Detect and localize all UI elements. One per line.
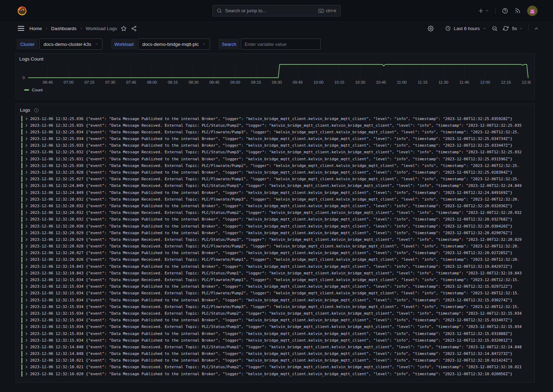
zoom-out-button[interactable] — [492, 26, 498, 31]
chevron-right-icon[interactable] — [25, 345, 28, 349]
chevron-right-icon[interactable] — [25, 204, 28, 208]
log-row[interactable]: 2023-12-06 12:32:15.034 {"event": "Data … — [21, 297, 531, 303]
chevron-right-icon[interactable] — [25, 117, 28, 120]
log-row[interactable]: 2023-12-06 12:32:20.032 {"event": "Data … — [21, 203, 531, 209]
avatar[interactable] — [527, 6, 538, 16]
chevron-right-icon[interactable] — [25, 251, 28, 254]
log-row[interactable]: 2023-12-06 12:32:20.032 {"event": "Data … — [21, 210, 531, 216]
chevron-right-icon[interactable] — [25, 245, 28, 248]
log-row[interactable]: 2023-12-06 12:32:14.848 {"event": "Data … — [21, 344, 531, 350]
chevron-right-icon[interactable] — [25, 339, 28, 342]
chevron-right-icon[interactable] — [25, 285, 28, 288]
log-row[interactable]: 2023-12-06 12:32:24.849 {"event": "Data … — [21, 183, 531, 189]
search-box[interactable]: ctrl+k — [212, 5, 341, 16]
workload-variable-select[interactable]: docs-demo-bridge-mqtt-plc — [138, 38, 210, 50]
log-row[interactable]: 2023-12-06 12:32:25.030 {"event": "Data … — [21, 163, 531, 168]
log-row[interactable]: 2023-12-06 12:32:10.021 {"event": "Data … — [21, 358, 531, 363]
log-row[interactable]: 2023-12-06 12:32:25.036 {"event": "Data … — [21, 116, 531, 121]
chevron-right-icon[interactable] — [25, 184, 28, 187]
log-row[interactable]: 2023-12-06 12:32:25.034 {"event": "Data … — [21, 136, 531, 142]
share-button[interactable] — [131, 26, 137, 31]
search-input[interactable] — [225, 8, 315, 13]
log-row[interactable]: 2023-12-06 12:32:15.034 {"event": "Data … — [21, 284, 531, 289]
chevron-right-icon[interactable] — [25, 177, 28, 181]
chevron-right-icon[interactable] — [25, 131, 28, 134]
search-variable-input[interactable] — [241, 38, 321, 50]
log-row[interactable]: 2023-12-06 12:32:10.021 {"event": "Data … — [21, 364, 531, 370]
chevron-right-icon[interactable] — [25, 318, 28, 322]
log-row[interactable]: 2023-12-06 12:32:10.020 {"event": "Data … — [21, 371, 531, 377]
chevron-right-icon[interactable] — [25, 158, 28, 161]
chevron-right-icon[interactable] — [25, 137, 28, 140]
refresh-button[interactable] — [503, 26, 509, 31]
chevron-right-icon[interactable] — [25, 325, 28, 328]
log-row[interactable]: 2023-12-06 12:32:15.034 {"event": "Data … — [21, 304, 531, 309]
log-row[interactable]: 2023-12-06 12:32:25.031 {"event": "Data … — [21, 156, 531, 162]
log-row[interactable]: 2023-12-06 12:32:20.030 {"event": "Data … — [21, 223, 531, 229]
mega-menu-toggle[interactable] — [18, 26, 24, 31]
favorite-button[interactable] — [121, 26, 127, 31]
chevron-right-icon[interactable] — [25, 272, 28, 275]
chevron-right-icon[interactable] — [25, 258, 28, 261]
chevron-right-icon[interactable] — [25, 231, 28, 234]
chevron-right-icon[interactable] — [25, 292, 28, 295]
log-row[interactable]: 2023-12-06 12:32:25.032 {"event": "Data … — [21, 149, 531, 155]
log-row[interactable]: 2023-12-06 12:32:25.033 {"event": "Data … — [21, 143, 531, 148]
chevron-right-icon[interactable] — [25, 211, 28, 214]
log-row[interactable]: 2023-12-06 12:32:20.029 {"event": "Data … — [21, 237, 531, 242]
refresh-interval-picker[interactable]: 5s — [512, 26, 523, 31]
collapse-toolbar-button[interactable] — [534, 26, 539, 31]
legend-label[interactable]: Count — [32, 88, 43, 92]
log-row[interactable]: 2023-12-06 12:32:20.028 {"event": "Data … — [21, 244, 531, 249]
log-row[interactable]: 2023-12-06 12:32:25.034 {"event": "Data … — [21, 129, 531, 135]
log-row[interactable]: 2023-12-06 12:32:20.026 {"event": "Data … — [21, 257, 531, 262]
log-row[interactable]: 2023-12-06 12:32:15.034 {"event": "Data … — [21, 317, 531, 323]
chevron-right-icon[interactable] — [25, 238, 28, 241]
chevron-right-icon[interactable] — [25, 352, 28, 355]
logs-count-chart[interactable]: 06:4507:0007:1507:3007:4508:0008:1508:30… — [19, 62, 531, 86]
new-button[interactable] — [478, 8, 489, 14]
chevron-right-icon[interactable] — [25, 225, 28, 228]
chevron-right-icon[interactable] — [25, 171, 28, 174]
log-row[interactable]: 2023-12-06 12:32:25.035 {"event": "Data … — [21, 122, 531, 128]
chevron-right-icon[interactable] — [25, 144, 28, 147]
chevron-right-icon[interactable] — [25, 124, 28, 127]
log-row[interactable]: 2023-12-06 12:32:19.843 {"event": "Data … — [21, 264, 531, 269]
chevron-right-icon[interactable] — [25, 198, 28, 201]
help-button[interactable] — [502, 8, 508, 14]
chevron-right-icon[interactable] — [25, 164, 28, 167]
chevron-right-icon[interactable] — [25, 278, 28, 281]
info-icon[interactable] — [34, 108, 39, 113]
chevron-right-icon[interactable] — [25, 312, 28, 315]
chevron-right-icon[interactable] — [25, 150, 28, 154]
log-row[interactable]: 2023-12-06 12:32:19.843 {"event": "Data … — [21, 270, 531, 276]
log-row[interactable]: 2023-12-06 12:32:15.034 {"event": "Data … — [21, 331, 531, 336]
log-row[interactable]: 2023-12-06 12:32:25.028 {"event": "Data … — [21, 170, 531, 175]
log-row[interactable]: 2023-12-06 12:32:15.034 {"event": "Data … — [21, 310, 531, 316]
chevron-right-icon[interactable] — [25, 359, 28, 362]
chevron-right-icon[interactable] — [25, 265, 28, 268]
log-row[interactable]: 2023-12-06 12:32:15.034 {"event": "Data … — [21, 324, 531, 330]
log-row[interactable]: 2023-12-06 12:32:20.032 {"event": "Data … — [21, 196, 531, 202]
grafana-logo[interactable] — [17, 6, 27, 16]
cluster-variable-select[interactable]: docs-demo-cluster-k3s — [39, 38, 103, 50]
time-range-picker[interactable]: Last 6 hours — [445, 26, 486, 31]
log-row[interactable]: 2023-12-06 12:32:24.849 {"event": "Data … — [21, 190, 531, 195]
chevron-right-icon[interactable] — [25, 372, 28, 376]
chevron-right-icon[interactable] — [25, 191, 28, 194]
dashboard-settings-button[interactable] — [428, 26, 434, 31]
log-row[interactable]: 2023-12-06 12:32:15.034 {"event": "Data … — [21, 290, 531, 296]
log-row[interactable]: 2023-12-06 12:32:15.034 {"event": "Data … — [21, 277, 531, 283]
chevron-right-icon[interactable] — [25, 332, 28, 335]
breadcrumb-dashboards[interactable]: Dashboards — [51, 26, 77, 31]
log-row[interactable]: 2023-12-06 12:32:14.848 {"event": "Data … — [21, 351, 531, 357]
chevron-right-icon[interactable] — [25, 218, 28, 221]
log-row[interactable]: 2023-12-06 12:32:25.027 {"event": "Data … — [21, 176, 531, 182]
log-row[interactable]: 2023-12-06 12:32:20.032 {"event": "Data … — [21, 217, 531, 222]
news-button[interactable] — [514, 8, 521, 14]
chevron-right-icon[interactable] — [25, 299, 28, 302]
log-row[interactable]: 2023-12-06 12:32:20.029 {"event": "Data … — [21, 230, 531, 236]
chevron-right-icon[interactable] — [25, 305, 28, 308]
log-row[interactable]: 2023-12-06 12:32:20.027 {"event": "Data … — [21, 250, 531, 256]
chevron-right-icon[interactable] — [25, 365, 28, 369]
